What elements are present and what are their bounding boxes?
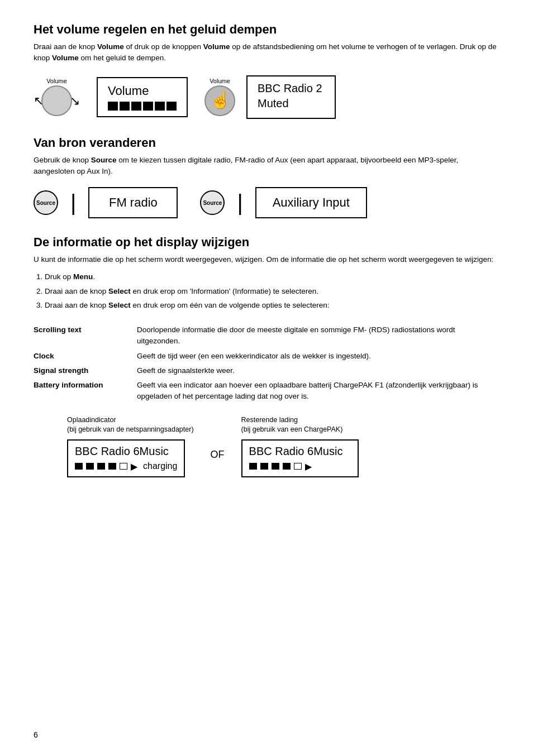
charging-label: charging xyxy=(143,461,177,471)
batt-bar-5-empty xyxy=(120,463,127,470)
knob-label: Volume xyxy=(46,78,67,84)
term-battery: Battery information xyxy=(34,378,137,404)
pipe-separator-1: | xyxy=(70,192,76,214)
vol-bar-4 xyxy=(143,102,153,111)
aux-input-label: Auxiliary Input xyxy=(273,195,350,210)
vol-bar-2 xyxy=(120,102,130,111)
fm-radio-display: FM radio xyxy=(88,187,178,218)
volume-bars xyxy=(108,102,177,111)
def-battery: Geeft via een indicator aan hoever een o… xyxy=(137,378,499,404)
source-demo: Source | FM radio Source | Auxiliary Inp… xyxy=(34,187,499,218)
vol-bar-1 xyxy=(108,102,118,111)
table-row: Signal strength Geeft de signaalsterkte … xyxy=(34,363,499,378)
info-step-1: Druk op Menu. xyxy=(45,271,499,283)
batt-label-right: Resterende lading (bij gebruik van een C… xyxy=(241,415,343,435)
batt-bar-r4 xyxy=(283,463,291,470)
batt-display-right: BBC Radio 6Music ▶ xyxy=(241,439,359,477)
finger-knob-area: Volume ☝ xyxy=(204,78,235,116)
def-scrolling: Doorlopende informatie die door de meest… xyxy=(137,323,499,349)
batt-bar-1 xyxy=(75,463,83,470)
source-button-1[interactable]: Source xyxy=(34,190,58,215)
batt-bar-4 xyxy=(108,463,116,470)
vol-bar-3 xyxy=(131,102,141,111)
muted-display-box: BBC Radio 2 Muted xyxy=(246,75,336,119)
page-number: 6 xyxy=(34,730,38,739)
fm-radio-label: FM radio xyxy=(109,195,158,210)
volume-display-title: Volume xyxy=(108,84,177,98)
aux-input-display: Auxiliary Input xyxy=(255,187,367,218)
batt-bar-r1 xyxy=(249,463,257,470)
vol-bar-5 xyxy=(155,102,165,111)
batt-bar-3 xyxy=(97,463,105,470)
table-row: Clock Geeft de tijd weer (en een wekkeri… xyxy=(34,349,499,363)
batt-bar-r3 xyxy=(272,463,279,470)
term-scrolling: Scrolling text xyxy=(34,323,137,349)
batt-title-right: BBC Radio 6Music xyxy=(249,445,351,458)
info-section: De informatie op het display wijzigen U … xyxy=(34,235,499,477)
table-row: Battery information Geeft via een indica… xyxy=(34,378,499,404)
finger-icon: ☝ xyxy=(210,90,231,109)
source-paragraph: Gebruik de knop Source om te kiezen tuss… xyxy=(34,155,499,178)
batt-arrow-right-icon: ▶ xyxy=(305,461,312,472)
source-heading: Van bron veranderen xyxy=(34,136,499,150)
batt-bar-2 xyxy=(86,463,94,470)
batt-title-left: BBC Radio 6Music xyxy=(75,445,177,458)
source-button-2-label: Source xyxy=(203,200,222,206)
vol-bar-6 xyxy=(166,102,177,111)
volume-demo: Volume ↖ ↘ Volume Volume xyxy=(34,75,499,119)
batt-arrow-icon: ▶ xyxy=(131,461,137,472)
volume-label2: Volume xyxy=(210,78,230,84)
battery-row: Oplaadindicator (bij gebruik van de nets… xyxy=(67,415,499,477)
batt-bar-r2 xyxy=(260,463,268,470)
volume-section: Het volume regelen en het geluid dempen … xyxy=(34,22,499,119)
batt-display-left: BBC Radio 6Music ▶ charging xyxy=(67,439,185,477)
of-label: OF xyxy=(211,449,225,461)
pipe-separator-2: | xyxy=(237,192,242,214)
volume-knob-circle xyxy=(41,85,72,116)
knob-arrows: ↖ ↘ xyxy=(34,85,80,116)
muted-line2: Muted xyxy=(258,97,325,110)
term-signal: Signal strength xyxy=(34,363,137,378)
batt-bar-row-right: ▶ xyxy=(249,461,351,472)
info-paragraph: U kunt de informatie die op het scherm w… xyxy=(34,254,499,265)
volume-heading: Het volume regelen en het geluid dempen xyxy=(34,22,499,37)
term-clock: Clock xyxy=(34,349,137,363)
volume-display-box: Volume xyxy=(97,77,188,117)
battery-section: Oplaadindicator (bij gebruik van de nets… xyxy=(34,415,499,477)
info-step-2: Draai aan de knop Select en druk erop om… xyxy=(45,285,499,298)
info-heading: De informatie op het display wijzigen xyxy=(34,235,499,250)
info-steps-list: Druk op Menu. Draai aan de knop Select e… xyxy=(45,271,499,312)
volume-right-area: Volume ☝ BBC Radio 2 Muted xyxy=(204,75,336,119)
arrow-right-icon: ↘ xyxy=(70,94,80,108)
source-section: Van bron veranderen Gebruik de knop Sour… xyxy=(34,136,499,219)
source-button-1-label: Source xyxy=(36,200,55,206)
info-options-table: Scrolling text Doorlopende informatie di… xyxy=(34,323,499,404)
battery-col-right: Resterende lading (bij gebruik van een C… xyxy=(241,415,359,477)
batt-bar-row-left: ▶ charging xyxy=(75,461,177,472)
volume-paragraph: Draai aan de knop Volume of druk op de k… xyxy=(34,41,499,64)
info-step-3: Draai aan de knop Select en druk erop om… xyxy=(45,299,499,312)
batt-bar-r5-empty xyxy=(294,463,302,470)
volume-knob-area: Volume ↖ ↘ xyxy=(34,78,80,116)
battery-col-left: Oplaadindicator (bij gebruik van de nets… xyxy=(67,415,194,477)
table-row: Scrolling text Doorlopende informatie di… xyxy=(34,323,499,349)
batt-label-left: Oplaadindicator (bij gebruik van de nets… xyxy=(67,415,194,435)
def-clock: Geeft de tijd weer (en een wekkerindicat… xyxy=(137,349,499,363)
source-button-2[interactable]: Source xyxy=(200,190,225,215)
def-signal: Geeft de signaalsterkte weer. xyxy=(137,363,499,378)
muted-line1: BBC Radio 2 xyxy=(258,82,325,95)
